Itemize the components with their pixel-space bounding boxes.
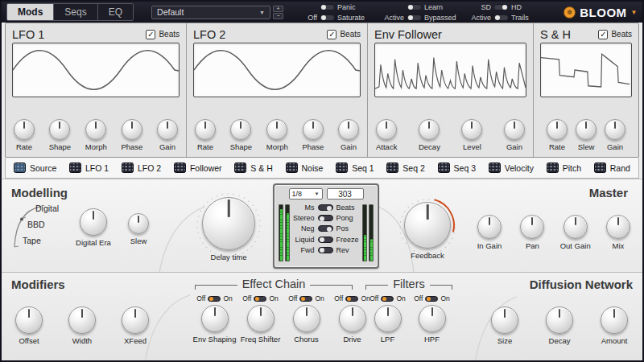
lfo1-gain-knob[interactable] xyxy=(157,119,178,140)
source-button-noise[interactable]: Noise xyxy=(286,162,324,173)
liquid-freeze-switch[interactable] xyxy=(318,237,333,243)
out-gain-knob[interactable] xyxy=(564,215,588,239)
bypass-switch[interactable] xyxy=(407,14,422,21)
env-decay-knob[interactable] xyxy=(419,119,440,140)
source-item-label: Seq 1 xyxy=(352,163,374,173)
lpf-knob[interactable] xyxy=(374,305,402,332)
neg-pos-switch[interactable] xyxy=(318,225,333,232)
pan-knob[interactable] xyxy=(520,215,544,239)
lfo1-waveform-display xyxy=(12,43,180,97)
source-button-follower[interactable]: Follower xyxy=(174,162,222,173)
lfo2-title: LFO 2 xyxy=(193,28,225,41)
delay-time-knob[interactable] xyxy=(202,197,255,250)
saturate-switch[interactable] xyxy=(320,14,335,21)
mix-knob[interactable] xyxy=(606,215,630,239)
env-level-knob[interactable] xyxy=(461,119,482,140)
source-button-seq1[interactable]: Seq 1 xyxy=(336,162,374,173)
knob-label: Decay xyxy=(549,336,571,345)
beat-division-dropdown[interactable]: 1/8 ▼ xyxy=(289,188,323,200)
in-gain-knob[interactable] xyxy=(477,215,502,239)
knob-label: Chorus xyxy=(294,335,319,343)
source-button-seq2[interactable]: Seq 2 xyxy=(386,162,424,173)
source-button-sh[interactable]: S & H xyxy=(234,162,272,173)
source-item-label: Noise xyxy=(302,163,324,173)
lfo2-morph-knob[interactable] xyxy=(266,119,287,140)
decay-knob[interactable] xyxy=(546,306,573,334)
mod-grid-icon xyxy=(438,162,450,173)
hpf-switch[interactable] xyxy=(425,296,438,302)
model-option-bbd[interactable]: BBD xyxy=(27,220,45,229)
amount-knob[interactable] xyxy=(601,306,628,334)
source-button-velocity[interactable]: Velocity xyxy=(489,162,534,173)
size-knob[interactable] xyxy=(491,306,518,334)
chorus-knob[interactable] xyxy=(293,305,320,332)
filters-header: Filters xyxy=(365,278,452,290)
feedback-knob[interactable] xyxy=(404,202,451,249)
lfo2-gain-knob[interactable] xyxy=(338,119,359,140)
env-shaping-switch[interactable] xyxy=(208,296,221,302)
division-value: 1/8 xyxy=(292,190,303,198)
lfo2-beats-checkbox[interactable]: ✓ Beats xyxy=(327,30,361,39)
lfo1-phase-knob[interactable] xyxy=(122,119,142,140)
slew-knob[interactable] xyxy=(128,213,149,234)
source-button-rand[interactable]: Rand xyxy=(594,162,630,173)
model-option-tape[interactable]: Tape xyxy=(23,236,41,245)
source-button-seq3[interactable]: Seq 3 xyxy=(438,162,476,173)
sh-slew-knob[interactable] xyxy=(576,119,597,140)
quality-switch[interactable] xyxy=(493,4,509,10)
drive-switch[interactable] xyxy=(345,296,358,302)
midi-learn-switch[interactable] xyxy=(407,4,422,10)
source-button-pitch[interactable]: Pitch xyxy=(547,162,581,173)
freq-shifter-switch[interactable] xyxy=(254,296,266,302)
preset-selector[interactable]: Default ▼ xyxy=(151,6,270,19)
tab-seqs[interactable]: Seqs xyxy=(54,4,97,20)
bottom-section: Modifiers Diffusion Network Effect Chain… xyxy=(2,272,642,360)
sh-beats-checkbox[interactable]: ✓ Beats xyxy=(598,30,632,39)
env-shaping-knob[interactable] xyxy=(201,305,229,332)
bloom-logo[interactable]: ✽ BLOOM ▼ xyxy=(564,6,638,19)
env-gain-knob[interactable] xyxy=(504,119,525,140)
tab-eq[interactable]: EQ xyxy=(98,4,133,20)
fwd-rev-switch[interactable] xyxy=(318,247,333,253)
mod-source-row: Source LFO 1 LFO 2 Follower S & H Noise … xyxy=(5,158,639,179)
panic-switch[interactable] xyxy=(320,4,335,10)
lfo2-rate-knob[interactable] xyxy=(195,119,216,140)
hpf-knob[interactable] xyxy=(419,305,446,332)
lfo1-rate-knob[interactable] xyxy=(14,119,35,140)
knob-label: LPF xyxy=(381,335,394,343)
ms-beats-switch[interactable] xyxy=(318,204,333,211)
width-knob[interactable] xyxy=(68,306,96,334)
lfo1-beats-checkbox[interactable]: ✓ Beats xyxy=(146,30,180,39)
source-item-label: Follower xyxy=(190,163,222,173)
trails-switch[interactable] xyxy=(493,14,509,21)
source-button-lfo2[interactable]: LFO 2 xyxy=(122,162,161,173)
lfo2-shape-knob[interactable] xyxy=(230,119,251,140)
offset-knob[interactable] xyxy=(15,306,43,334)
digital-era-knob[interactable] xyxy=(80,208,107,236)
model-option-digital[interactable]: Digital xyxy=(35,204,59,213)
rev-label: Rev xyxy=(336,246,361,254)
tab-mods[interactable]: Mods xyxy=(7,4,54,20)
sh-gain-knob[interactable] xyxy=(605,119,625,140)
stereo-pong-switch[interactable] xyxy=(318,215,333,221)
xfeed-knob[interactable] xyxy=(122,306,149,334)
lfo1-shape-knob[interactable] xyxy=(49,119,70,140)
lfo2-phase-knob[interactable] xyxy=(303,119,324,140)
on-label: On xyxy=(315,294,324,302)
knob-label: Amount xyxy=(601,336,628,345)
knob-label: Gain xyxy=(341,142,357,151)
lfo1-morph-knob[interactable] xyxy=(85,119,106,140)
delay-time-display[interactable]: 303 xyxy=(327,188,364,200)
freq-shifter-knob[interactable] xyxy=(247,305,275,332)
knob-label: Rate xyxy=(16,142,32,151)
preset-next-button[interactable]: + xyxy=(273,6,283,12)
source-button-lfo1[interactable]: LFO 1 xyxy=(69,162,109,173)
chorus-switch[interactable] xyxy=(299,296,312,302)
drive-knob[interactable] xyxy=(339,305,366,332)
env-attack-knob[interactable] xyxy=(376,119,397,140)
env-follower-panel: Env Follower Attack Decay Level Gain xyxy=(368,23,534,157)
lpf-switch[interactable] xyxy=(381,296,394,302)
preset-prev-button[interactable]: − xyxy=(273,13,283,19)
sh-rate-knob[interactable] xyxy=(547,119,568,140)
beats-label: Beats xyxy=(336,204,361,212)
